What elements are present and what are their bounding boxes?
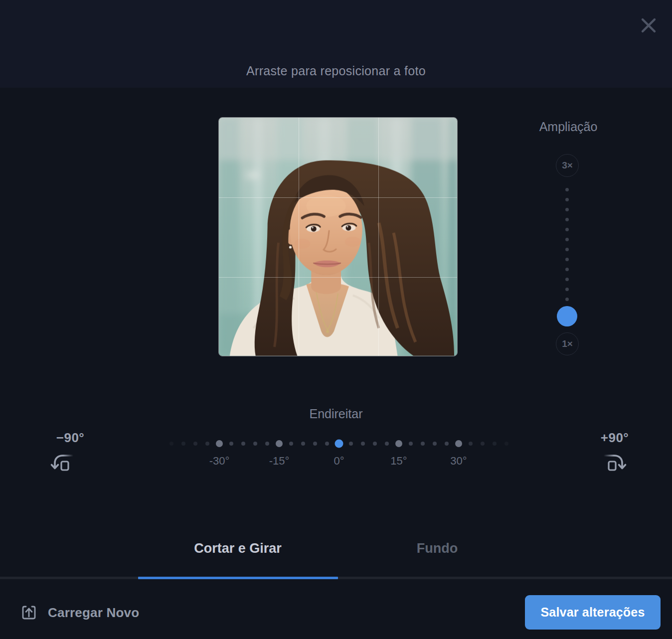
straighten-dot[interactable]: [301, 442, 305, 446]
straighten-dot[interactable]: [325, 442, 329, 446]
straighten-dot[interactable]: [229, 442, 233, 446]
drag-hint-text: Arraste para reposicionar a foto: [0, 64, 672, 78]
zoom-track-dot[interactable]: [565, 228, 569, 231]
straighten-tick-label: 30°: [450, 455, 467, 468]
straighten-tick-label: 0°: [334, 455, 344, 468]
zoom-track-dot[interactable]: [565, 238, 569, 241]
straighten-dot[interactable]: [395, 440, 402, 447]
straighten-dot[interactable]: [385, 442, 389, 446]
photo-crop-area[interactable]: [218, 117, 458, 356]
straighten-handle[interactable]: [335, 440, 343, 448]
straighten-tick-labels: -30°-15°0°15°30°: [0, 455, 672, 470]
straighten-dot[interactable]: [313, 442, 317, 446]
zoom-label: Ampliação: [518, 120, 618, 134]
straighten-dot[interactable]: [504, 442, 508, 446]
straighten-dot[interactable]: [493, 442, 497, 446]
straighten-dot[interactable]: [289, 442, 293, 446]
zoom-track-dot[interactable]: [565, 258, 569, 261]
upload-icon: [20, 604, 38, 622]
close-button[interactable]: [638, 14, 660, 36]
straighten-tick-label: -15°: [269, 455, 290, 468]
straighten-dot[interactable]: [276, 440, 283, 447]
straighten-dot[interactable]: [433, 442, 437, 446]
close-x-icon: [638, 14, 660, 36]
straighten-dot[interactable]: [205, 442, 209, 446]
straighten-dot[interactable]: [349, 442, 353, 446]
zoom-track-dot[interactable]: [565, 208, 569, 211]
straighten-dot[interactable]: [469, 442, 473, 446]
save-changes-button[interactable]: Salvar alterações: [525, 595, 661, 630]
zoom-track-dot[interactable]: [565, 278, 569, 281]
straighten-dot[interactable]: [409, 442, 413, 446]
straighten-dot[interactable]: [169, 442, 173, 446]
straighten-dot[interactable]: [361, 442, 365, 446]
straighten-dot[interactable]: [241, 442, 245, 446]
zoom-slider-track[interactable]: [565, 188, 569, 301]
straighten-dot[interactable]: [216, 440, 223, 447]
straighten-dot[interactable]: [253, 442, 257, 446]
zoom-track-dot[interactable]: [565, 288, 569, 291]
straighten-tick-label: 15°: [390, 455, 407, 468]
portrait-photo: [219, 118, 457, 356]
zoom-track-dot[interactable]: [565, 268, 569, 271]
straighten-dot[interactable]: [481, 442, 485, 446]
zoom-track-dot[interactable]: [565, 248, 569, 251]
zoom-slider-handle[interactable]: [557, 306, 577, 326]
straighten-dot[interactable]: [265, 442, 269, 446]
straighten-dot[interactable]: [181, 442, 185, 446]
straighten-tick-label: -30°: [209, 455, 230, 468]
straighten-dot[interactable]: [455, 440, 462, 447]
zoom-track-dot[interactable]: [565, 218, 569, 221]
straighten-dot[interactable]: [373, 442, 377, 446]
straighten-dot[interactable]: [421, 442, 425, 446]
straighten-dot[interactable]: [193, 442, 197, 446]
tab-crop-rotate[interactable]: Cortar e Girar: [138, 537, 337, 559]
upload-new-label: Carregar Novo: [48, 605, 139, 621]
zoom-max-button[interactable]: 3×: [556, 154, 579, 177]
tab-background[interactable]: Fundo: [337, 537, 537, 559]
upload-new-button[interactable]: Carregar Novo: [20, 601, 139, 625]
zoom-min-button[interactable]: 1×: [556, 332, 579, 355]
straighten-slider[interactable]: [0, 434, 672, 454]
straighten-dot[interactable]: [445, 442, 449, 446]
active-tab-underline: [138, 577, 338, 579]
zoom-track-dot[interactable]: [565, 188, 569, 191]
photo-editor-modal: Arraste para reposicionar a foto: [0, 0, 672, 639]
zoom-track-dot[interactable]: [565, 198, 569, 201]
zoom-track-dot[interactable]: [565, 298, 569, 301]
straighten-label: Endireitar: [0, 407, 672, 421]
